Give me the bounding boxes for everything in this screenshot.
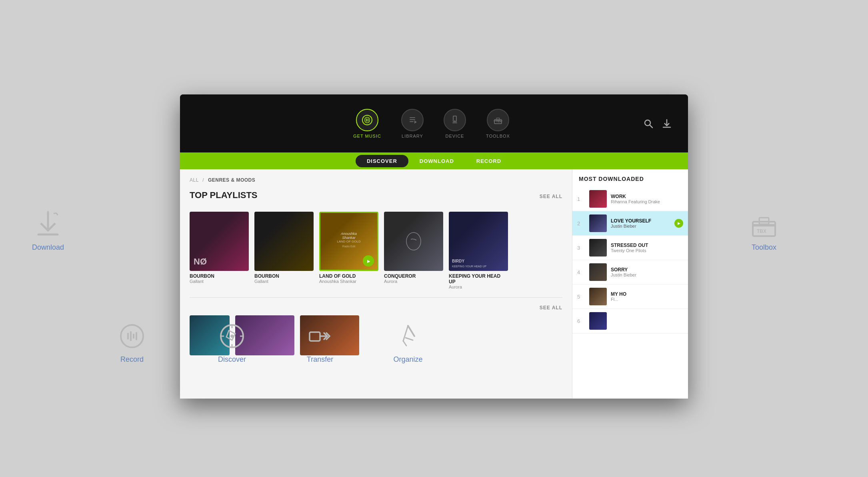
sub-nav-record[interactable]: RECORD: [465, 155, 512, 167]
breadcrumb: ALL / GENRES & MOODS: [190, 177, 562, 183]
float-transfer-label: Transfer: [307, 355, 333, 364]
search-button[interactable]: [643, 118, 654, 129]
svg-rect-28: [130, 331, 132, 341]
float-organize[interactable]: Organize: [392, 320, 424, 364]
float-toolbox-label: Toolbox: [752, 243, 776, 252]
svg-point-25: [121, 325, 143, 347]
svg-rect-38: [310, 332, 320, 341]
svg-marker-6: [414, 120, 417, 124]
playlist-title-4: CONQUEROR: [384, 273, 443, 279]
float-record[interactable]: Record: [116, 320, 148, 364]
nav-icons: GET MUSIC LIBRARY: [345, 106, 518, 142]
float-record-label: Record: [120, 355, 144, 364]
svg-rect-4: [410, 119, 415, 120]
playlist-title-2: BOURBON: [254, 273, 314, 279]
breadcrumb-current[interactable]: GENRES & MOODS: [208, 177, 255, 183]
download-button-nav[interactable]: [662, 118, 672, 129]
list-item[interactable]: BOURBON Gallant: [254, 212, 314, 289]
nav-label-library: LIBRARY: [402, 134, 423, 138]
nav-label-device: DEVICE: [445, 134, 464, 138]
song-row-4[interactable]: 4 SORRY Justin Bieber: [572, 260, 688, 285]
song-title-1: WORK: [611, 194, 683, 199]
song-artist-4: Justin Bieber: [611, 273, 683, 277]
svg-line-47: [406, 338, 413, 340]
nav-item-get-music[interactable]: GET MUSIC: [345, 106, 389, 142]
svg-rect-1: [366, 118, 367, 122]
breadcrumb-all[interactable]: ALL: [190, 177, 198, 183]
playlist-title-1: BOURBON: [190, 273, 249, 279]
song-info-1: WORK Rihanna Featuring Drake: [611, 194, 683, 204]
svg-line-15: [650, 125, 652, 128]
song-title-5: MY HO: [611, 291, 683, 297]
song-row-6[interactable]: 6: [572, 309, 688, 333]
song-row-3[interactable]: 3 STRESSED OUT Twenty One Pilots: [572, 236, 688, 260]
most-downloaded-title: MOST DOWNLOADED: [572, 169, 688, 187]
float-toolbox[interactable]: TBX Toolbox: [748, 208, 780, 252]
list-item[interactable]: NØ BOURBON Gallant: [190, 212, 249, 289]
playlist-artist-4: Aurora: [384, 279, 443, 284]
get-music-icon: [356, 109, 378, 131]
float-discover[interactable]: Discover: [216, 320, 248, 364]
svg-rect-27: [127, 333, 129, 339]
see-all-next[interactable]: SEE ALL: [540, 305, 562, 311]
playlist-title-3: LAND OF GOLD: [319, 273, 378, 279]
song-title-3: STRESSED OUT: [611, 243, 683, 248]
song-info-5: MY HO Fl...: [611, 291, 683, 302]
nav-item-device[interactable]: DEVICE: [436, 106, 474, 142]
song-rank-3: 3: [577, 245, 585, 251]
device-icon: [444, 109, 466, 131]
playlist-thumb-1: NØ: [190, 212, 249, 271]
see-all-playlists[interactable]: SEE ALL: [540, 194, 562, 199]
svg-line-44: [408, 326, 414, 336]
thumb-text-1: NØ: [194, 257, 207, 267]
float-discover-label: Discover: [218, 355, 246, 364]
sub-nav-download[interactable]: DOWNLOAD: [408, 155, 465, 167]
playlist-artist-2: Gallant: [254, 279, 314, 284]
song-thumb-3: [589, 239, 607, 257]
nav-right: [643, 118, 672, 129]
sidebar: MOST DOWNLOADED 1 WORK Rihanna Featuring…: [572, 169, 688, 399]
svg-text:TBX: TBX: [757, 228, 766, 234]
now-playing-indicator: ▶: [674, 219, 683, 228]
playlist-artist-1: Gallant: [190, 279, 249, 284]
song-rank-5: 5: [577, 294, 585, 300]
playlist-thumb-3: Anoushka Shankar LAND OF GOLD Radio Edit: [319, 212, 378, 271]
nav-label-toolbox: TOOLBOX: [486, 134, 510, 138]
song-artist-2: Justin Bieber: [611, 224, 674, 228]
song-thumb-5: [589, 288, 607, 305]
float-download[interactable]: Download: [32, 208, 64, 252]
song-rank-2: 2: [577, 220, 585, 226]
breadcrumb-separator: /: [202, 177, 204, 183]
play-btn-overlay-3[interactable]: [363, 255, 374, 267]
nav-item-library[interactable]: LIBRARY: [393, 106, 432, 142]
svg-rect-5: [410, 121, 414, 122]
top-nav: GET MUSIC LIBRARY: [180, 94, 688, 152]
list-item[interactable]: BIRDYKEEPING YOUR HEAD UP KEEPING YOUR H…: [449, 212, 508, 289]
song-row-2[interactable]: 2 LOVE YOURSELF Justin Bieber ▶: [572, 211, 688, 236]
svg-rect-29: [133, 334, 134, 339]
list-item[interactable]: Anoushka Shankar LAND OF GOLD Radio Edit…: [319, 212, 378, 289]
sub-nav-discover[interactable]: DISCOVER: [356, 155, 408, 167]
top-playlists-title: TOP PLAYLISTS: [190, 190, 258, 200]
song-info-3: STRESSED OUT Twenty One Pilots: [611, 243, 683, 253]
section-divider: [190, 297, 562, 298]
float-download-label: Download: [32, 243, 64, 252]
nav-label-get-music: GET MUSIC: [353, 134, 381, 138]
svg-rect-2: [368, 118, 368, 122]
toolbox-icon-nav: TBX: [487, 109, 509, 131]
svg-point-37: [230, 335, 234, 338]
playlists-row: NØ BOURBON Gallant BOURBON Gallant: [190, 212, 562, 289]
song-rank-4: 4: [577, 269, 585, 275]
svg-rect-30: [136, 332, 137, 340]
song-row-5[interactable]: 5 MY HO Fl...: [572, 285, 688, 309]
svg-rect-23: [759, 218, 769, 224]
song-title-2: LOVE YOURSELF: [611, 218, 674, 224]
float-transfer[interactable]: Transfer: [304, 320, 336, 364]
song-info-2: LOVE YOURSELF Justin Bieber: [611, 218, 674, 228]
song-artist-3: Twenty One Pilots: [611, 248, 683, 253]
playlist-thumb-5: BIRDYKEEPING YOUR HEAD UP: [449, 212, 508, 271]
list-item[interactable]: CONQUEROR Aurora: [384, 212, 443, 289]
song-row-1[interactable]: 1 WORK Rihanna Featuring Drake: [572, 187, 688, 211]
library-icon: [401, 109, 424, 131]
nav-item-toolbox[interactable]: TBX TOOLBOX: [478, 106, 518, 142]
